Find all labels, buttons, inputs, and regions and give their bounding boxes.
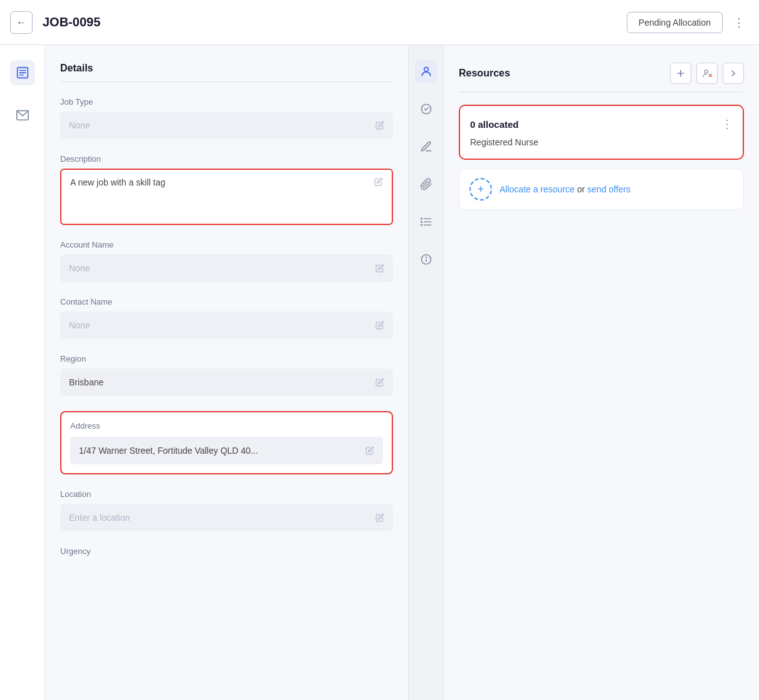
description-text: A new job with a skill tag — [70, 177, 165, 187]
tab-list[interactable] — [415, 211, 437, 233]
job-type-field: Job Type None — [60, 97, 393, 139]
allocate-resource-link[interactable]: Allocate a resource — [500, 184, 575, 194]
region-label: Region — [60, 354, 393, 363]
details-panel: Details Job Type None Description — [45, 45, 409, 700]
svg-point-11 — [421, 221, 422, 222]
content-area: Details Job Type None Description — [45, 45, 759, 700]
account-name-label: Account Name — [60, 240, 393, 249]
job-type-text: None — [69, 120, 90, 130]
address-edit-icon[interactable] — [365, 446, 374, 455]
location-label: Location — [60, 489, 393, 499]
urgency-label: Urgency — [60, 546, 393, 556]
region-text: Brisbane — [69, 377, 103, 387]
account-name-value[interactable]: None — [60, 254, 393, 282]
svg-point-5 — [424, 67, 428, 71]
resources-header: Resources — [459, 63, 744, 84]
resource-more-button[interactable]: ⋮ — [721, 117, 733, 131]
account-name-edit-icon[interactable] — [375, 264, 384, 273]
tab-edit[interactable] — [415, 135, 437, 158]
resource-card: 0 allocated ⋮ Registered Nurse — [459, 105, 744, 160]
back-button[interactable]: ← — [10, 11, 33, 34]
region-value[interactable]: Brisbane — [60, 368, 393, 396]
tab-check[interactable] — [415, 98, 437, 120]
more-menu-button[interactable]: ⋮ — [729, 13, 749, 33]
main-layout: Details Job Type None Description — [0, 45, 759, 700]
location-value[interactable]: Enter a location — [60, 504, 393, 531]
contact-name-field: Contact Name None — [60, 297, 393, 339]
description-field: Description A new job with a skill tag — [60, 154, 393, 225]
address-label: Address — [70, 421, 383, 431]
job-type-edit-icon[interactable] — [375, 121, 384, 130]
allocate-row: + Allocate a resource or send offers — [459, 169, 744, 210]
region-field: Region Brisbane — [60, 354, 393, 396]
status-badge[interactable]: Pending Allocation — [627, 12, 723, 33]
header-left: ← JOB-0095 — [10, 11, 100, 34]
contact-name-value[interactable]: None — [60, 311, 393, 339]
description-value[interactable]: A new job with a skill tag — [60, 169, 393, 225]
resource-card-header: 0 allocated ⋮ — [470, 117, 733, 131]
allocate-or-text: or — [575, 184, 587, 194]
resources-title: Resources — [459, 68, 510, 79]
description-label: Description — [60, 154, 393, 164]
tab-info[interactable] — [415, 248, 437, 271]
resources-actions — [670, 63, 744, 84]
svg-point-18 — [704, 70, 708, 73]
job-type-value[interactable]: None — [60, 112, 393, 139]
contact-name-text: None — [69, 320, 90, 330]
resource-type-text: Registered Nurse — [470, 137, 733, 147]
remove-resource-button[interactable] — [696, 63, 718, 84]
account-name-field: Account Name None — [60, 240, 393, 282]
description-edit-icon[interactable] — [374, 177, 383, 186]
svg-point-10 — [421, 218, 422, 219]
allocate-plus-button[interactable]: + — [469, 178, 492, 201]
tab-panel — [409, 45, 444, 700]
add-resource-button[interactable] — [670, 63, 691, 84]
send-offers-link[interactable]: send offers — [587, 184, 631, 194]
address-field: Address 1/47 Warner Street, Fortitude Va… — [60, 411, 393, 474]
location-field: Location Enter a location — [60, 489, 393, 531]
header: ← JOB-0095 Pending Allocation ⋮ — [0, 0, 759, 45]
contact-name-edit-icon[interactable] — [375, 321, 384, 330]
resources-divider — [459, 91, 744, 92]
address-text: 1/47 Warner Street, Fortitude Valley QLD… — [79, 446, 258, 456]
tab-person[interactable] — [415, 60, 437, 83]
location-edit-icon[interactable] — [375, 513, 384, 522]
location-text: Enter a location — [69, 513, 130, 523]
allocate-text: Allocate a resource or send offers — [500, 184, 631, 194]
details-section-title: Details — [60, 63, 393, 74]
forward-resource-button[interactable] — [723, 63, 744, 84]
details-divider — [60, 81, 393, 82]
account-name-text: None — [69, 263, 90, 273]
sidebar-item-mail[interactable] — [10, 103, 35, 128]
job-type-label: Job Type — [60, 97, 393, 107]
contact-name-label: Contact Name — [60, 297, 393, 306]
resource-allocated-text: 0 allocated — [470, 119, 519, 130]
left-sidebar — [0, 45, 45, 700]
tab-paperclip[interactable] — [415, 173, 437, 196]
sidebar-item-document[interactable] — [10, 60, 35, 85]
urgency-field: Urgency — [60, 546, 393, 556]
region-edit-icon[interactable] — [375, 378, 384, 387]
address-inner: 1/47 Warner Street, Fortitude Valley QLD… — [70, 437, 383, 464]
svg-point-12 — [421, 224, 422, 226]
header-right: Pending Allocation ⋮ — [627, 12, 749, 33]
resources-panel: Resources — [444, 45, 759, 700]
address-value[interactable]: 1/47 Warner Street, Fortitude Valley QLD… — [70, 437, 383, 464]
page-title: JOB-0095 — [43, 15, 100, 29]
